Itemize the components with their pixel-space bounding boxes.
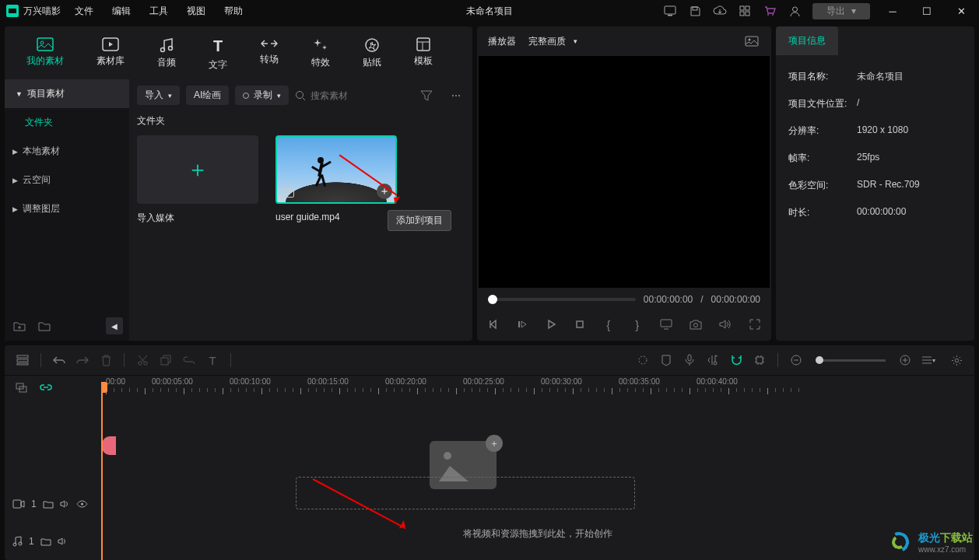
window-title: 未命名项目 xyxy=(466,5,513,18)
magnet-icon[interactable] xyxy=(728,352,745,369)
info-tab[interactable]: 项目信息 xyxy=(776,26,838,55)
mic-icon[interactable] xyxy=(681,352,698,369)
tab-label: 贴纸 xyxy=(363,56,381,69)
tracks-icon[interactable] xyxy=(14,352,31,369)
more-icon[interactable]: ⋯ xyxy=(447,87,465,104)
undo-icon[interactable] xyxy=(51,352,68,369)
info-row: 项目文件位置:/ xyxy=(788,90,962,117)
record-button[interactable]: 录制▾ xyxy=(235,86,289,105)
tab-transition[interactable]: 转场 xyxy=(251,34,288,75)
zoom-handle[interactable] xyxy=(816,356,823,364)
filter-icon[interactable] xyxy=(418,87,435,104)
tab-text[interactable]: T文字 xyxy=(199,34,237,75)
maximize-button[interactable]: ☐ xyxy=(915,5,939,17)
collapse-sidebar-button[interactable]: ◀ xyxy=(106,317,123,334)
import-media-card[interactable]: ＋ 导入媒体 xyxy=(137,135,258,225)
redo-icon[interactable] xyxy=(74,352,91,369)
sidebar-header[interactable]: ▼项目素材 xyxy=(5,79,129,108)
progress-handle[interactable] xyxy=(488,295,497,304)
tab-template[interactable]: 模板 xyxy=(405,34,442,75)
playhead[interactable] xyxy=(101,391,103,560)
zoom-out-icon[interactable] xyxy=(788,352,805,369)
folder-small-icon[interactable] xyxy=(43,500,54,509)
tab-effect[interactable]: 特效 xyxy=(302,34,339,75)
tab-stock[interactable]: 素材库 xyxy=(87,34,134,75)
eye-icon[interactable] xyxy=(76,500,88,508)
zoom-in-icon[interactable] xyxy=(897,352,914,369)
timeline-drop-zone[interactable] xyxy=(296,477,635,509)
chevron-right-icon: ▶ xyxy=(12,205,18,213)
zoom-slider[interactable] xyxy=(816,359,886,362)
settings-icon[interactable] xyxy=(948,352,965,369)
import-button[interactable]: 导入▾ xyxy=(137,86,180,105)
track-headers: 1 1 xyxy=(5,376,101,560)
menu-help[interactable]: 帮助 xyxy=(224,5,243,18)
export-button[interactable]: 导出▾ xyxy=(812,3,870,19)
playhead-handle-icon[interactable] xyxy=(101,382,107,393)
sidebar-item-local[interactable]: ▶本地素材 xyxy=(5,137,129,166)
close-button[interactable]: ✕ xyxy=(949,5,973,17)
delete-icon[interactable] xyxy=(97,352,114,369)
timeline-area[interactable]: 00:00 00:00:05:0000:00:10:0000:00:15:000… xyxy=(101,376,974,560)
list-view-icon[interactable]: ▾ xyxy=(920,352,937,369)
ai-paint-button[interactable]: AI绘画 xyxy=(186,86,229,105)
media-card-selected[interactable]: ＋ user guide.mp4 xyxy=(275,135,397,225)
tab-sticker[interactable]: 贴纸 xyxy=(353,34,391,75)
account-icon[interactable] xyxy=(788,4,802,18)
copy-icon[interactable] xyxy=(157,352,174,369)
new-folder-icon[interactable] xyxy=(11,317,28,334)
svg-rect-47 xyxy=(13,500,21,508)
link-icon[interactable] xyxy=(181,352,198,369)
cloud-icon[interactable] xyxy=(713,4,727,18)
audio-mix-icon[interactable] xyxy=(704,352,721,369)
minimize-button[interactable]: ─ xyxy=(881,5,904,17)
cut-icon[interactable] xyxy=(134,352,151,369)
camera-icon[interactable] xyxy=(690,316,702,333)
in-point-marker[interactable] xyxy=(102,436,116,455)
snapshot-icon[interactable] xyxy=(743,33,760,50)
sticker-icon xyxy=(364,37,380,53)
menu-view[interactable]: 视图 xyxy=(187,5,205,18)
crop-box-icon[interactable] xyxy=(751,352,768,369)
step-back-icon[interactable] xyxy=(517,316,528,333)
fullscreen-icon[interactable] xyxy=(749,316,760,333)
mark-out-icon[interactable]: } xyxy=(631,316,643,333)
menu-tools[interactable]: 工具 xyxy=(149,5,168,18)
tab-audio[interactable]: 音频 xyxy=(148,34,185,75)
search-field[interactable] xyxy=(295,90,412,101)
save-icon[interactable] xyxy=(688,4,702,18)
stop-icon[interactable] xyxy=(574,316,586,333)
play-icon[interactable] xyxy=(546,316,557,333)
category-tabs: 我的素材 素材库 音频 T文字 转场 特效 贴纸 模板 xyxy=(5,26,472,79)
info-key: 项目文件位置: xyxy=(788,97,857,110)
track-link-icon[interactable] xyxy=(37,379,54,396)
text-tool-icon[interactable]: T xyxy=(204,352,221,369)
sidebar-item-cloud[interactable]: ▶云空间 xyxy=(5,166,129,194)
menu-file[interactable]: 文件 xyxy=(75,5,93,18)
quality-dropdown[interactable]: 完整画质▾ xyxy=(528,35,577,48)
apps-icon[interactable] xyxy=(738,4,752,18)
tab-my-media[interactable]: 我的素材 xyxy=(17,34,73,75)
display-icon[interactable] xyxy=(660,316,672,333)
speaker-icon[interactable] xyxy=(58,537,68,546)
sidebar-item-folder[interactable]: 文件夹 xyxy=(5,108,129,137)
mark-in-icon[interactable]: { xyxy=(602,316,614,333)
info-panel: 项目信息 项目名称:未命名项目项目文件位置:/分辨率:1920 x 1080帧率… xyxy=(776,26,974,341)
track-overlap-icon[interactable] xyxy=(12,379,30,396)
search-input[interactable] xyxy=(311,90,404,101)
ruler-mark: 00:00:15:00 xyxy=(307,377,349,386)
svg-point-13 xyxy=(161,48,165,52)
marker-icon[interactable] xyxy=(658,352,675,369)
player-progress[interactable]: 00:00:00:00 / 00:00:00:00 xyxy=(477,288,771,311)
device-icon[interactable] xyxy=(663,4,677,18)
speaker-icon[interactable] xyxy=(60,499,70,509)
cart-icon[interactable] xyxy=(763,4,777,18)
folder-small-icon[interactable] xyxy=(40,537,51,546)
prev-frame-icon[interactable] xyxy=(488,316,500,333)
video-track-icon xyxy=(12,499,25,509)
color-icon[interactable] xyxy=(634,352,651,369)
menu-edit[interactable]: 编辑 xyxy=(112,5,131,18)
sidebar-item-adjust[interactable]: ▶调整图层 xyxy=(5,194,129,223)
volume-icon[interactable] xyxy=(719,316,732,333)
folder-icon[interactable] xyxy=(36,317,53,334)
